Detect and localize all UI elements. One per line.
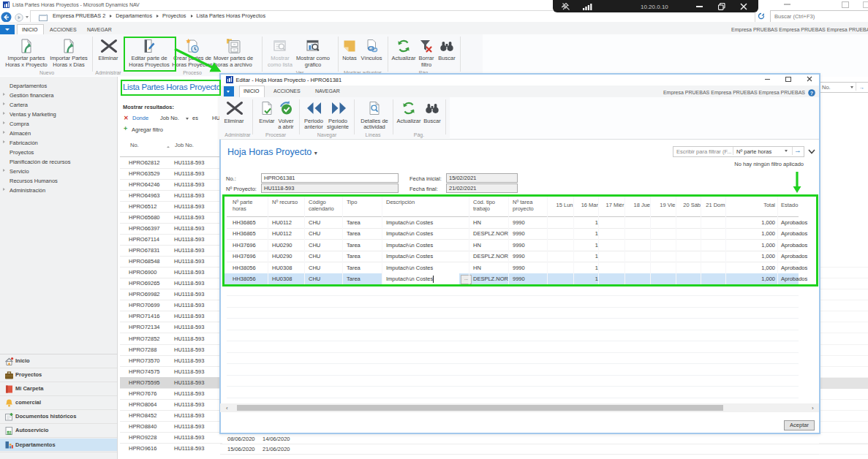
svg-text:?: ? <box>810 90 813 95</box>
